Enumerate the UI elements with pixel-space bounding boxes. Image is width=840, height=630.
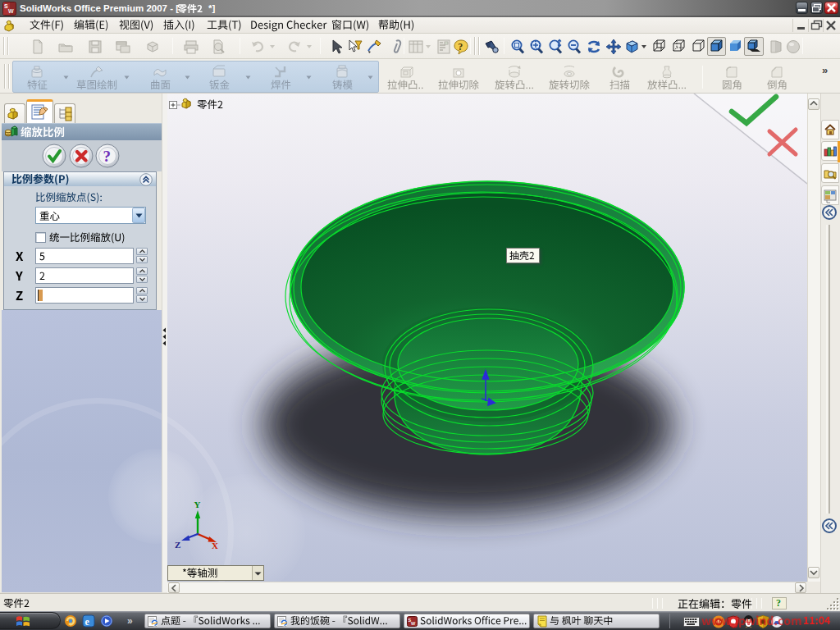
svg-text:W: W <box>8 8 14 14</box>
svg-text:?: ? <box>458 41 463 52</box>
svg-text:Z: Z <box>175 540 180 550</box>
svg-text:?: ? <box>103 148 112 165</box>
svg-text:e: e <box>85 616 90 628</box>
svg-text:X: X <box>212 541 218 550</box>
svg-text:Y: Y <box>194 500 201 509</box>
svg-text:W: W <box>411 621 416 626</box>
